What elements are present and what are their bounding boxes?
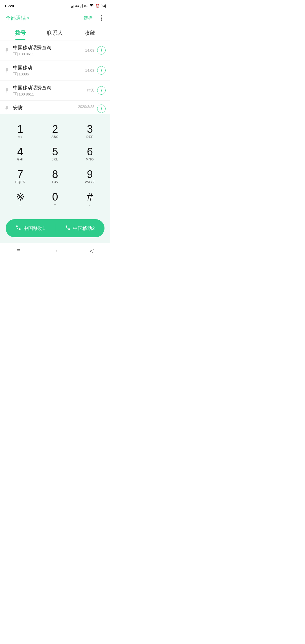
call-info: 中国移动话费查询 1 100 8611 — [13, 44, 85, 56]
pin-icon — [3, 87, 10, 94]
info-button[interactable]: i — [97, 46, 106, 55]
signal-4g-1: 4G — [75, 5, 79, 8]
app-header: 全部通话 ▾ 选择 ⋮ — [0, 11, 110, 25]
call-number-row: 1 10086 — [13, 72, 85, 76]
battery-container: ⏰ 84 — [95, 4, 106, 8]
dialpad-key-8[interactable]: 8 TUV — [38, 165, 72, 188]
signal-icons: 4G 4G — [71, 4, 88, 8]
call-time: 14:08 — [85, 48, 94, 53]
call-button[interactable]: 中国移动1 中国移动2 — [6, 219, 104, 237]
signal-bar-1 — [71, 4, 74, 8]
call-number-row: 1 100 8611 — [13, 52, 85, 56]
sim-badge: 1 — [13, 72, 18, 76]
dialpad-key-1[interactable]: 1 ○○ — [3, 120, 38, 142]
nav-back-button[interactable]: ◁ — [85, 247, 99, 255]
signal-4g-2: 4G — [84, 5, 88, 8]
tab-favorites[interactable]: 收藏 — [73, 25, 107, 40]
dialpad: 1 ○○ 2 ABC 3 DEF 4 GHI 5 JKL 6 MNO 7 PQR… — [0, 114, 110, 215]
select-button[interactable]: 选择 — [84, 15, 93, 21]
dialpad-grid: 1 ○○ 2 ABC 3 DEF 4 GHI 5 JKL 6 MNO 7 PQR… — [3, 120, 107, 210]
header-title-container[interactable]: 全部通话 ▾ — [6, 15, 29, 21]
call-sim1-label: 中国移动1 — [23, 225, 45, 232]
phone-icon-sim2 — [65, 225, 71, 232]
call-name: 中国移动话费查询 — [13, 84, 87, 91]
dialpad-key-4[interactable]: 4 GHI — [3, 142, 38, 165]
wifi-icon — [89, 4, 94, 8]
back-icon: ◁ — [90, 247, 94, 254]
call-item[interactable]: 中国移动话费查询 1 100 8611 14:08 i — [0, 40, 110, 60]
more-options-button[interactable]: ⋮ — [98, 14, 104, 22]
call-info: 中国移动 1 10086 — [13, 64, 85, 76]
call-meta: 2020/3/28 — [78, 105, 94, 109]
call-meta: 昨天 — [87, 88, 94, 93]
dialpad-key-2[interactable]: 2 ABC — [38, 120, 72, 142]
dialpad-key-6[interactable]: 6 MNO — [73, 142, 107, 165]
pin-icon — [3, 67, 10, 74]
bottom-nav: ≡ ○ ◁ — [0, 243, 110, 260]
status-bar: 15:28 4G 4G — [0, 0, 110, 11]
call-time: 昨天 — [87, 88, 94, 93]
call-number: 100 8611 — [19, 92, 34, 96]
dialpad-key-3[interactable]: 3 DEF — [73, 120, 107, 142]
dialpad-key-hash[interactable]: # ; — [73, 188, 107, 210]
dialpad-key-5[interactable]: 5 JKL — [38, 142, 72, 165]
call-list: 中国移动话费查询 1 100 8611 14:08 i 中国移动 1 — [0, 40, 110, 114]
call-time: 14:08 — [85, 68, 94, 73]
call-number-row: 2 100 8611 — [13, 92, 87, 96]
signal-bar-2 — [80, 4, 83, 8]
call-info: 中国移动话费查询 2 100 8611 — [13, 84, 87, 96]
dialpad-key-9[interactable]: 9 WXYZ — [73, 165, 107, 188]
battery-indicator: 84 — [101, 4, 106, 8]
tab-bar: 拨号 联系人 收藏 — [0, 25, 110, 40]
header-title-text: 全部通话 — [6, 15, 26, 21]
call-meta: 14:08 — [85, 48, 94, 53]
call-time: 2020/3/28 — [78, 105, 94, 109]
call-item[interactable]: 中国移动话费查询 2 100 8611 昨天 i — [0, 80, 110, 101]
call-meta: 14:08 — [85, 68, 94, 73]
call-button-row: 中国移动1 中国移动2 — [0, 215, 110, 243]
nav-menu-button[interactable]: ≡ — [11, 247, 25, 255]
info-button[interactable]: i — [97, 105, 106, 113]
call-name: 中国移动话费查询 — [13, 44, 85, 51]
info-button[interactable]: i — [97, 66, 106, 75]
call-sim1-button[interactable]: 中国移动1 — [6, 225, 55, 232]
chevron-down-icon: ▾ — [27, 16, 29, 20]
home-icon: ○ — [53, 247, 57, 254]
call-sim2-label: 中国移动2 — [73, 225, 95, 232]
call-name: 中国移动 — [13, 64, 85, 71]
tab-contacts[interactable]: 联系人 — [38, 25, 72, 40]
call-sim2-button[interactable]: 中国移动2 — [55, 225, 105, 232]
status-right: 4G 4G ⏰ 84 — [71, 4, 106, 8]
call-name: 安防 — [13, 105, 78, 111]
call-info: 安防 — [13, 105, 78, 112]
pin-icon — [3, 105, 10, 111]
alarm-icon: ⏰ — [95, 4, 100, 8]
dialpad-key-7[interactable]: 7 PQRS — [3, 165, 38, 188]
call-item-partial[interactable]: 安防 2020/3/28 i — [0, 101, 110, 114]
dialpad-key-star[interactable]: ※ , — [3, 188, 38, 210]
sim-badge: 1 — [13, 52, 18, 56]
call-number: 100 8611 — [19, 52, 34, 56]
dialpad-key-0[interactable]: 0 + — [38, 188, 72, 210]
menu-icon: ≡ — [17, 247, 20, 254]
phone-icon-sim1 — [16, 225, 21, 232]
status-time: 15:28 — [5, 4, 14, 8]
info-button[interactable]: i — [97, 86, 106, 95]
call-number: 10086 — [19, 72, 29, 76]
sim-badge: 2 — [13, 92, 18, 96]
pin-icon — [3, 47, 10, 54]
tab-dial[interactable]: 拨号 — [3, 25, 38, 40]
call-item[interactable]: 中国移动 1 10086 14:08 i — [0, 60, 110, 80]
header-actions: 选择 ⋮ — [84, 14, 104, 22]
nav-home-button[interactable]: ○ — [48, 247, 62, 255]
